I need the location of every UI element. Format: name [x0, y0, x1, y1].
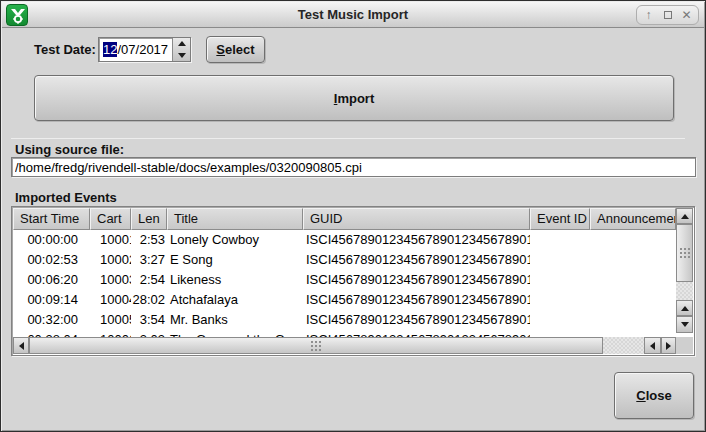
scroll-up-icon — [681, 214, 689, 219]
table-body: 00:00:00 10001 2:53 Lonely Cowboy ISCI45… — [13, 230, 676, 338]
thumb-grip — [309, 339, 323, 353]
cell-event-id — [530, 230, 590, 250]
cell-start-time: 00:09:14 — [13, 290, 90, 310]
cell-event-id — [530, 250, 590, 270]
import-button-label: mport — [337, 91, 374, 106]
close-window-button[interactable]: ✕ — [677, 6, 696, 24]
cell-event-id — [530, 270, 590, 290]
column-header-cart[interactable]: Cart — [90, 208, 131, 230]
cell-start-time: 00:02:53 — [13, 250, 90, 270]
source-file-label: Using source file: — [15, 142, 124, 157]
scroll-left-button-right[interactable] — [644, 337, 661, 354]
cell-title: Atchafalaya — [167, 290, 303, 310]
column-header-len[interactable]: Len — [131, 208, 167, 230]
cell-guid: ISCI4567890123456789012345678901 — [303, 250, 530, 270]
thumb-grip — [678, 246, 692, 260]
cell-cart: 10001 — [90, 230, 131, 250]
cell-len: 2:54 — [131, 270, 167, 290]
close-button[interactable]: Close — [614, 372, 694, 419]
scroll-up-button[interactable] — [676, 208, 693, 224]
column-header-title[interactable]: Title — [167, 208, 303, 230]
cell-guid: ISCI4567890123456789012345678901 — [303, 310, 530, 330]
spin-down-icon — [178, 53, 186, 58]
table-row[interactable]: 00:02:53 10002 3:27 E Song ISCI456789012… — [13, 250, 676, 270]
cell-announcement — [590, 310, 676, 330]
horizontal-scrollbar[interactable] — [13, 337, 676, 354]
cell-announcement — [590, 250, 676, 270]
window-controls: ↑ ✕ — [636, 5, 699, 25]
cell-title: E Song — [167, 250, 303, 270]
test-date-value[interactable]: 12/07/2017 — [99, 38, 172, 61]
spinbox-arrows — [172, 38, 190, 61]
scroll-down-button[interactable] — [676, 316, 693, 333]
cell-announcement — [590, 230, 676, 250]
table-row[interactable]: 00:06:20 10003 2:54 Likeness ISCI4567890… — [13, 270, 676, 290]
table-row[interactable]: 00:00:00 10001 2:53 Lonely Cowboy ISCI45… — [13, 230, 676, 250]
shade-button[interactable]: ↑ — [639, 6, 658, 24]
cell-start-time: 00:00:00 — [13, 230, 90, 250]
cell-event-id — [530, 290, 590, 310]
cell-len: 3:54 — [131, 310, 167, 330]
cell-title: Mr. Banks — [167, 310, 303, 330]
shade-icon: ↑ — [646, 9, 652, 21]
close-icon: ✕ — [681, 9, 691, 21]
test-date-label: Test Date: — [34, 42, 96, 57]
close-button-label: lose — [646, 388, 672, 403]
vertical-scrollbar-track[interactable] — [676, 282, 693, 300]
cell-announcement — [590, 270, 676, 290]
cell-guid: ISCI4567890123456789012345678901 — [303, 270, 530, 290]
close-button-mnemonic: C — [636, 388, 645, 403]
column-header-guid[interactable]: GUID — [303, 208, 530, 230]
titlebar[interactable]: Test Music Import ↑ ✕ — [2, 2, 704, 28]
select-button-mnemonic: S — [216, 42, 225, 57]
scroll-up-button-bottom[interactable] — [676, 300, 693, 316]
imported-events-label: Imported Events — [15, 190, 117, 205]
cell-cart: 10005 — [90, 310, 131, 330]
scroll-down-icon — [681, 322, 689, 327]
cell-announcement — [590, 290, 676, 310]
date-rest-segment: /07/2017 — [117, 42, 168, 57]
cell-cart: 10004 — [90, 290, 131, 310]
cell-cart: 10003 — [90, 270, 131, 290]
scroll-right-button[interactable] — [661, 337, 676, 354]
cell-len: 2:53 — [131, 230, 167, 250]
cell-event-id — [530, 310, 590, 330]
scroll-left-button[interactable] — [13, 337, 29, 354]
scrollbar-corner — [676, 337, 693, 354]
select-button-label: elect — [225, 42, 255, 57]
test-date-spinbox[interactable]: 12/07/2017 — [98, 37, 191, 62]
table-row[interactable]: 00:32:00 10005 3:54 Mr. Banks ISCI456789… — [13, 310, 676, 330]
cell-cart: 10002 — [90, 250, 131, 270]
select-date-button[interactable]: Select — [206, 36, 265, 63]
import-button[interactable]: Import — [34, 75, 674, 121]
column-header-start-time[interactable]: Start Time — [13, 208, 90, 230]
cell-title: Lonely Cowboy — [167, 230, 303, 250]
column-header-announcement[interactable]: Announcement — [590, 208, 676, 230]
table-row[interactable]: 00:09:14 10004 28:02 Atchafalaya ISCI456… — [13, 290, 676, 310]
maximize-icon — [664, 11, 672, 19]
cell-len: 3:27 — [131, 250, 167, 270]
separator-line — [11, 138, 685, 139]
cell-start-time: 00:32:00 — [13, 310, 90, 330]
source-file-field[interactable] — [11, 157, 696, 177]
cell-start-time: 00:06:20 — [13, 270, 90, 290]
spin-up-button[interactable] — [173, 38, 190, 50]
date-selected-segment: 12 — [103, 42, 117, 57]
vertical-scrollbar-thumb[interactable] — [676, 224, 693, 282]
test-music-import-window: Test Music Import ↑ ✕ Test Date: 12/07/2… — [0, 0, 706, 432]
vertical-scrollbar[interactable] — [676, 208, 693, 339]
maximize-button[interactable] — [658, 6, 677, 24]
horizontal-scrollbar-thumb[interactable] — [29, 337, 603, 354]
cell-guid: ISCI4567890123456789012345678901 — [303, 230, 530, 250]
cell-len: 28:02 — [131, 290, 167, 310]
window-title: Test Music Import — [2, 2, 704, 28]
scroll-left-icon — [19, 342, 24, 350]
spin-down-button[interactable] — [173, 50, 190, 62]
cell-title: Likeness — [167, 270, 303, 290]
scroll-left-icon — [650, 342, 655, 350]
horizontal-scrollbar-track[interactable] — [603, 337, 644, 354]
scroll-up-icon — [681, 306, 689, 311]
column-header-event-id[interactable]: Event ID — [530, 208, 590, 230]
table-header-row: Start Time Cart Len Title GUID Event ID … — [13, 208, 676, 230]
cell-guid: ISCI4567890123456789012345678901 — [303, 290, 530, 310]
